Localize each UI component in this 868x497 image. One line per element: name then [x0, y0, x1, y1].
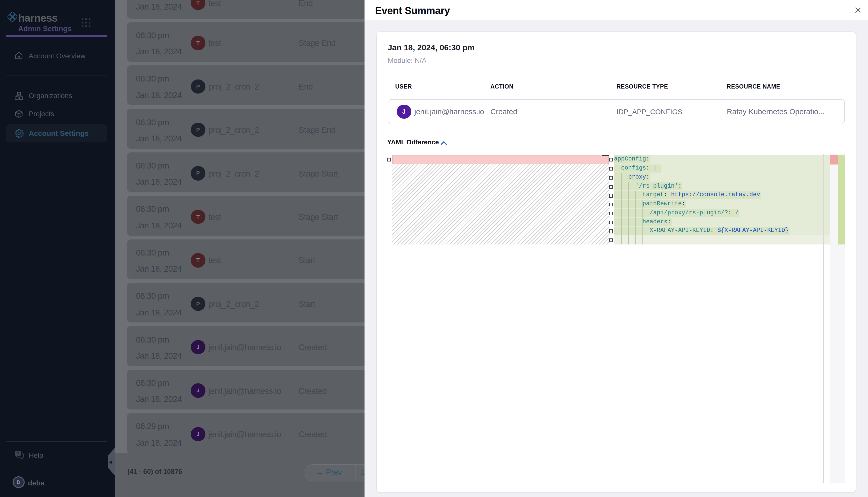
svg-text:?: ? [17, 451, 19, 456]
